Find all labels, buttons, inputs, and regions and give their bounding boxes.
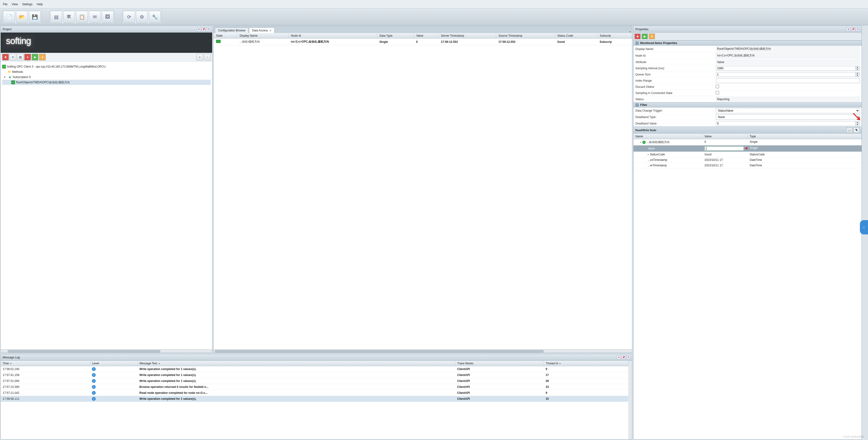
tab-data-access[interactable]: Data Access ✕ [249,28,275,33]
side-helper-button[interactable]: ‹ [860,220,868,234]
col-nodeid[interactable]: Node Id [288,33,377,38]
mail-button[interactable]: ✉ [89,11,101,23]
tab-close-icon[interactable]: ✕ [269,29,271,32]
rwn-row[interactable]: ▸StatusCode Good StatusCode [633,152,862,157]
tree-grid-button[interactable]: ▤ [17,54,24,60]
spin-buttons[interactable]: ▲▼ [856,66,860,71]
log-row[interactable]: 17:57:41.158iWrite operation completed f… [1,372,628,378]
select-deadband-type[interactable]: None [716,115,860,120]
input-sampling-interval[interactable] [716,66,856,71]
filter-icon[interactable]: ▼ [10,363,12,365]
col-datatype[interactable]: Data Type [377,33,413,38]
tree-remove-button[interactable]: － [204,54,211,60]
tree-add-button[interactable]: ＋ [196,54,203,60]
project-hscroll[interactable] [1,349,212,353]
tree-subscription-node[interactable]: ▾ ◆ Subscription 5 [2,74,211,80]
props-pause-button[interactable]: ⏸ [649,34,655,39]
refresh-button[interactable]: ⟳ [123,11,135,23]
rwn-col-name[interactable]: Name [633,134,703,139]
props-play-button[interactable]: ▶ [642,34,648,39]
section-filter[interactable]: ˄ Filter [633,102,862,107]
expander-icon[interactable]: ▾ [4,74,7,80]
log-col-level[interactable]: Level [90,361,137,366]
log-row[interactable]: 17:57:31.094iWrite operation completed f… [1,378,628,384]
rwn-row[interactable]: ...ceTimestamp 2023/10/11 17: DateTime [633,157,862,163]
rwn-col-type[interactable]: Type [748,134,862,139]
open-file-button[interactable]: 📂 [16,11,28,23]
log-row[interactable]: 17:56:58.112iWrite operation completed f… [1,396,628,402]
props-pin-icon[interactable]: 📌 [851,27,855,31]
col-subscrip[interactable]: Subscrip [597,33,632,38]
expander-icon[interactable]: ▸ [648,153,649,156]
rwn-read-button[interactable]: 📖 [846,128,852,133]
menu-help[interactable]: Help [37,3,43,6]
log-dropdown-icon[interactable]: ▾ [617,355,621,359]
tree-pause-button[interactable]: ⏸ [39,54,46,60]
spin-buttons[interactable]: ▲▼ [856,121,860,126]
props-stop-button[interactable]: ■ [634,34,641,39]
log-col-thread[interactable]: Thread Id▼ [544,361,628,366]
check-sampling-connected[interactable] [716,91,719,94]
col-sourcets[interactable]: Source Timestamp [496,33,555,38]
project-close-icon[interactable]: ✕ [207,27,210,31]
clipboard-button[interactable]: 📋 [76,11,88,23]
tree-record-button[interactable]: ● [24,54,31,60]
page-button[interactable]: ▤ [50,11,62,23]
log-pin-icon[interactable]: 📌 [622,355,625,359]
image-button[interactable]: 🖼 [102,11,114,23]
log-row[interactable]: 17:58:02.240iWrite operation completed f… [1,366,628,372]
tree-item-node[interactable]: ≈ Root\Objects\TMDA\OPC\自动化\煤机方向 [2,80,211,85]
rwn-row[interactable]: ▾✓...自动化\煤机方向 0 Single [633,139,862,146]
collapse-icon[interactable]: ˄ [636,103,639,106]
col-displayname[interactable]: Display Name [237,33,288,38]
project-pin-icon[interactable]: 📌 [202,27,206,31]
log-col-time[interactable]: Time▼ [1,361,90,366]
expander-icon[interactable]: ▾ [640,141,641,144]
log-close-icon[interactable]: ✕ [626,355,630,359]
select-data-change-trigger[interactable]: StatusValue [716,108,860,113]
log-row[interactable]: 17:57:21.042iRead node operation complet… [1,390,628,396]
log-col-trace[interactable]: Trace Masks [455,361,544,366]
rwn-write-button[interactable]: ✎ [854,128,860,133]
rwn-row-value[interactable]: Value ◀ Single [633,146,862,152]
col-state[interactable]: State [214,33,237,38]
data-row[interactable]: ...动化\煤机方向 ns=2;s=OPC.自动化.煤机方向 Single 0 … [214,38,632,45]
collapse-icon[interactable]: ˄ [636,41,639,45]
tools-button[interactable]: 🛠 [63,11,75,23]
menu-view[interactable]: View [12,3,18,6]
tab-config-browse[interactable]: Configuration Browse [215,28,249,33]
input-index-range[interactable] [716,78,860,83]
filter-icon[interactable]: ▼ [559,363,561,365]
tree-play-button[interactable]: ▶ [32,54,38,60]
col-value[interactable]: Value [414,33,438,38]
filter-icon[interactable]: ▼ [158,363,160,365]
tree-list-button[interactable]: ≡ [9,54,16,60]
tree-methods-node[interactable]: 📁 Methods [2,69,211,74]
rwn-row[interactable]: ...erTimestamp 2023/10/11 17: DateTime [633,163,862,168]
col-statuscode[interactable]: Status Code [555,33,597,38]
col-serverts[interactable]: Server Timestamp [438,33,496,38]
project-dropdown-icon[interactable]: ▾ [197,27,201,31]
center-hscroll[interactable] [214,349,632,353]
input-queue-size[interactable] [716,72,856,77]
menu-file[interactable]: File [3,3,7,6]
props-close-icon[interactable]: ✕ [856,27,860,31]
log-vscroll[interactable] [628,361,632,439]
save-file-button[interactable]: 💾 [29,11,41,23]
tree-stop-button[interactable]: ■ [2,54,9,60]
log-row[interactable]: 17:57:23.390iBrowse operation returned 0… [1,384,628,390]
menu-settings[interactable]: Settings [22,3,32,6]
check-discard-oldest[interactable] [716,85,719,88]
new-file-button[interactable]: 📄 [3,11,15,23]
wrench-button[interactable]: 🔧 [149,11,161,23]
tree-root-node[interactable]: ✓ Softing OPC Client 3 - opc.tcp://10.40… [2,64,211,69]
log-col-message[interactable]: Message Text▼ [137,361,456,366]
input-rwn-value[interactable] [705,146,744,151]
gear-button[interactable]: ⚙ [136,11,148,23]
props-dropdown-icon[interactable]: ▾ [846,27,850,31]
input-deadband-value[interactable] [716,121,856,126]
tabs-dropdown-icon[interactable]: ▾ [629,30,631,33]
section-monitored[interactable]: ˄ Monitored Items Properties [633,40,862,46]
spin-buttons[interactable]: ▲▼ [856,72,860,77]
rwn-col-value[interactable]: Value [703,134,748,139]
